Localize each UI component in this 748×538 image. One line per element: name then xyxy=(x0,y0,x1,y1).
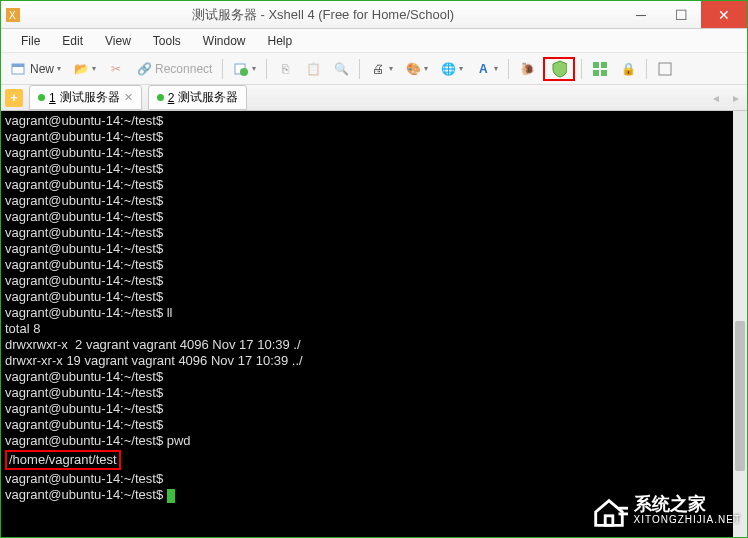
menu-window[interactable]: Window xyxy=(193,32,256,50)
menu-view[interactable]: View xyxy=(95,32,141,50)
reconnect-label: Reconnect xyxy=(155,62,212,76)
terminal-line: vagrant@ubuntu-14:~/test$ xyxy=(5,193,743,209)
watermark-sub: XITONGZHIJIA.NET xyxy=(634,512,742,528)
status-dot-icon xyxy=(157,94,164,101)
separator xyxy=(581,59,582,79)
reconnect-button[interactable]: 🔗 Reconnect xyxy=(132,59,216,79)
font-icon: A xyxy=(475,61,491,77)
print-button[interactable]: 🖨▾ xyxy=(366,59,397,79)
window-title: 测试服务器 - Xshell 4 (Free for Home/School) xyxy=(25,6,621,24)
dropdown-icon: ▾ xyxy=(424,64,428,73)
lock-button[interactable]: 🔒 xyxy=(616,59,640,79)
tabbar: + 1 测试服务器 ✕ 2 测试服务器 ◂ ▸ xyxy=(1,85,747,111)
svg-rect-3 xyxy=(12,64,24,67)
close-button[interactable]: ✕ xyxy=(701,1,747,28)
encoding-button[interactable]: 🌐▾ xyxy=(436,59,467,79)
printer-icon: 🖨 xyxy=(370,61,386,77)
scrollbar[interactable] xyxy=(733,111,747,537)
terminal-line: vagrant@ubuntu-14:~/test$ pwd xyxy=(5,433,743,449)
menu-help[interactable]: Help xyxy=(258,32,303,50)
app-icon: X xyxy=(1,8,25,22)
dropdown-icon: ▾ xyxy=(57,64,61,73)
tile-horizontal-button[interactable] xyxy=(588,59,612,79)
house-icon xyxy=(590,493,628,531)
scrollbar-thumb[interactable] xyxy=(735,321,745,471)
terminal-line: vagrant@ubuntu-14:~/test$ xyxy=(5,129,743,145)
terminal-line: vagrant@ubuntu-14:~/test$ xyxy=(5,161,743,177)
terminal-line: total 8 xyxy=(5,321,743,337)
svg-point-5 xyxy=(240,68,248,76)
xftp-button[interactable] xyxy=(547,59,571,79)
tab-label: 测试服务器 xyxy=(60,89,120,106)
dropdown-icon: ▾ xyxy=(389,64,393,73)
tab-label: 测试服务器 xyxy=(178,89,238,106)
find-button[interactable]: 🔍 xyxy=(329,59,353,79)
reconnect-icon: 🔗 xyxy=(136,61,152,77)
terminal-line: vagrant@ubuntu-14:~/test$ xyxy=(5,177,743,193)
fullscreen-button[interactable] xyxy=(653,59,677,79)
shield-transfer-icon xyxy=(551,61,567,77)
terminal-line: vagrant@ubuntu-14:~/test$ xyxy=(5,225,743,241)
new-session-button[interactable]: New ▾ xyxy=(7,59,65,79)
disconnect-button[interactable]: ✂ xyxy=(104,59,128,79)
copy-button[interactable]: ⎘ xyxy=(273,59,297,79)
minimize-button[interactable]: ─ xyxy=(621,1,661,28)
paste-icon: 📋 xyxy=(305,61,321,77)
separator xyxy=(359,59,360,79)
terminal-output-highlight: /home/vagrant/test xyxy=(5,449,743,471)
svg-text:X: X xyxy=(9,10,16,21)
dropdown-icon: ▾ xyxy=(459,64,463,73)
open-button[interactable]: 📂▾ xyxy=(69,59,100,79)
new-tab-button[interactable]: + xyxy=(5,89,23,107)
search-icon: 🔍 xyxy=(333,61,349,77)
menu-edit[interactable]: Edit xyxy=(52,32,93,50)
terminal-line: drwxr-xr-x 19 vagrant vagrant 4096 Nov 1… xyxy=(5,353,743,369)
dropdown-icon: ▾ xyxy=(494,64,498,73)
dropdown-icon: ▾ xyxy=(92,64,96,73)
tab-1[interactable]: 1 测试服务器 ✕ xyxy=(29,85,142,110)
terminal-line: vagrant@ubuntu-14:~/test$ xyxy=(5,385,743,401)
status-dot-icon xyxy=(38,94,45,101)
paste-button[interactable]: 📋 xyxy=(301,59,325,79)
svg-rect-8 xyxy=(593,70,599,76)
disconnect-icon: ✂ xyxy=(108,61,124,77)
terminal-line: vagrant@ubuntu-14:~/test$ ll xyxy=(5,305,743,321)
terminal-line: vagrant@ubuntu-14:~/test$ xyxy=(5,209,743,225)
terminal-line: vagrant@ubuntu-14:~/test$ xyxy=(5,273,743,289)
new-label: New xyxy=(30,62,54,76)
tab-scroll-right[interactable]: ▸ xyxy=(729,91,743,105)
xagent-button[interactable]: 🐌 xyxy=(515,59,539,79)
menu-tools[interactable]: Tools xyxy=(143,32,191,50)
terminal[interactable]: vagrant@ubuntu-14:~/test$ vagrant@ubuntu… xyxy=(1,111,747,537)
color-scheme-button[interactable]: 🎨▾ xyxy=(401,59,432,79)
globe-icon: 🌐 xyxy=(440,61,456,77)
menu-file[interactable]: File xyxy=(11,32,50,50)
terminal-line: vagrant@ubuntu-14:~/test$ xyxy=(5,369,743,385)
tab-number: 2 xyxy=(168,91,175,105)
properties-button[interactable]: ▾ xyxy=(229,59,260,79)
watermark: 系统之家 XITONGZHIJIA.NET xyxy=(590,493,742,531)
palette-icon: 🎨 xyxy=(405,61,421,77)
svg-rect-10 xyxy=(659,63,671,75)
properties-icon xyxy=(233,61,249,77)
font-button[interactable]: A▾ xyxy=(471,59,502,79)
dropdown-icon: ▾ xyxy=(252,64,256,73)
svg-rect-6 xyxy=(593,62,599,68)
separator xyxy=(646,59,647,79)
menubar: File Edit View Tools Window Help xyxy=(1,29,747,53)
terminal-line: drwxrwxr-x 2 vagrant vagrant 4096 Nov 17… xyxy=(5,337,743,353)
close-tab-icon[interactable]: ✕ xyxy=(124,91,133,104)
tab-number: 1 xyxy=(49,91,56,105)
lock-icon: 🔒 xyxy=(620,61,636,77)
highlighted-toolbar-item xyxy=(543,57,575,81)
tab-scroll-left[interactable]: ◂ xyxy=(709,91,723,105)
maximize-button[interactable]: ☐ xyxy=(661,1,701,28)
terminal-line: vagrant@ubuntu-14:~/test$ xyxy=(5,417,743,433)
svg-rect-7 xyxy=(601,62,607,68)
terminal-line: vagrant@ubuntu-14:~/test$ xyxy=(5,113,743,129)
new-session-icon xyxy=(11,61,27,77)
terminal-line: vagrant@ubuntu-14:~/test$ xyxy=(5,401,743,417)
cursor xyxy=(167,489,175,503)
tab-2[interactable]: 2 测试服务器 xyxy=(148,85,248,110)
separator xyxy=(266,59,267,79)
